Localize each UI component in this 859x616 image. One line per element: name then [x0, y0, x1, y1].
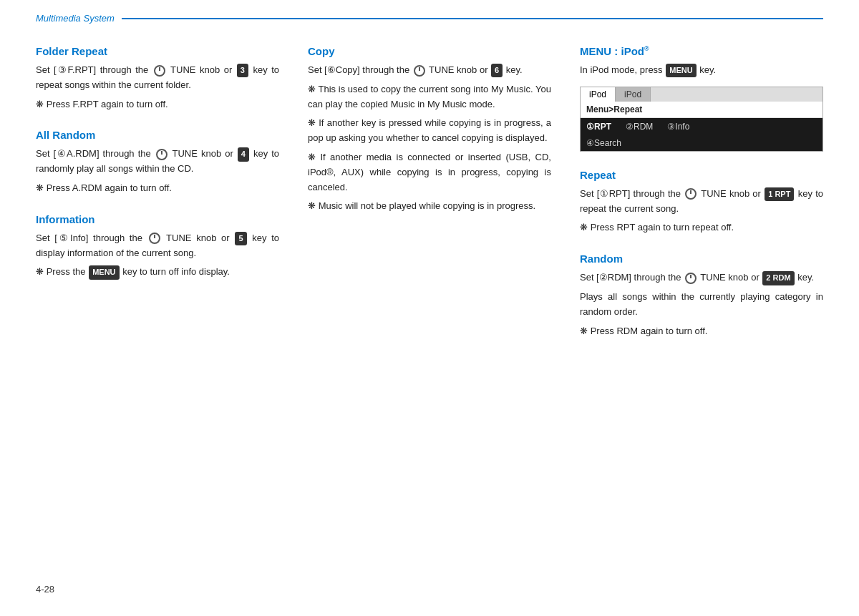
ardm-bracket: ④A.RDM	[56, 148, 97, 159]
menu-key-badge: MENU	[89, 265, 119, 280]
ipod-option-rpt: ①RPT	[586, 122, 611, 132]
folder-repeat-note: Press F.RPT again to turn off.	[36, 97, 279, 112]
info-bracket: ⑤Info	[57, 233, 86, 243]
random-body1: Set [②RDM] through the TUNE knob or 2 RD…	[580, 270, 823, 285]
section-menu-ipod: MENU : iPod® In iPod mode, press MENU ke…	[580, 45, 823, 152]
copy-body: Set [⑥Copy] through the TUNE knob or 6 k…	[308, 63, 551, 78]
section-all-random: All Random Set [④A.RDM] through the TUNE…	[36, 129, 279, 195]
key-1rpt-badge: 1 RPT	[765, 187, 794, 202]
tune-knob-icon5	[685, 188, 697, 200]
header-title: Multimedia System	[36, 13, 115, 24]
page-number: 4-28	[36, 584, 54, 595]
all-random-body: Set [④A.RDM] through the TUNE knob or 4 …	[36, 147, 279, 177]
tune-knob-icon	[154, 65, 165, 77]
random-body2: Plays all songs within the currently pla…	[580, 290, 823, 320]
key-6-badge: 6	[491, 64, 503, 78]
ipod-options-row: ①RPT ②RDM ③Info	[581, 118, 822, 135]
repeat-note: Press RPT again to turn repeat off.	[580, 220, 823, 235]
information-body: Set [⑤Info] through the TUNE knob or 5 k…	[36, 231, 279, 261]
section-copy: Copy Set [⑥Copy] through the TUNE knob o…	[308, 45, 551, 214]
key-2rdm-badge: 2 RDM	[762, 271, 794, 285]
ipod-menu-row: Menu>Repeat	[581, 102, 822, 118]
copy-note4: Music will not be played while copying i…	[308, 199, 551, 214]
key-3-badge: 3	[237, 64, 248, 78]
column-middle: Copy Set [⑥Copy] through the TUNE knob o…	[308, 45, 551, 356]
ipod-tabs: iPod iPod	[581, 87, 822, 102]
header-divider	[122, 18, 823, 19]
information-title: Information	[36, 213, 279, 225]
ipod-widget: iPod iPod Menu>Repeat ①RPT ②RDM ③Info ④S…	[580, 87, 823, 152]
ipod-tab2: iPod	[616, 87, 651, 102]
section-information: Information Set [⑤Info] through the TUNE…	[36, 213, 279, 280]
copy-note2: If another key is pressed while copying …	[308, 116, 551, 146]
column-right: MENU : iPod® In iPod mode, press MENU ke…	[580, 45, 823, 356]
section-folder-repeat: Folder Repeat Set [③F.RPT] through the T…	[36, 45, 279, 112]
menu-ipod-title: MENU : iPod®	[580, 45, 823, 57]
random-note: Press RDM again to turn off.	[580, 324, 823, 339]
all-random-note: Press A.RDM again to turn off.	[36, 181, 279, 196]
all-random-title: All Random	[36, 129, 279, 141]
ipod-search-row: ④Search	[581, 135, 822, 151]
tune-knob-icon6	[685, 273, 697, 284]
section-repeat: Repeat Set [①RPT] through the TUNE knob …	[580, 169, 823, 235]
folder-repeat-title: Folder Repeat	[36, 45, 279, 57]
page-header: Multimedia System	[36, 0, 823, 24]
repeat-body: Set [①RPT] through the TUNE knob or 1 RP…	[580, 187, 823, 217]
menu-ipod-body: In iPod mode, press MENU key.	[580, 63, 823, 78]
menu-badge-ipod: MENU	[666, 64, 696, 78]
frpt-bracket: ③F.RPT	[57, 64, 94, 75]
ipod-option-rdm: ②RDM	[626, 122, 653, 132]
content-grid: Folder Repeat Set [③F.RPT] through the T…	[36, 45, 823, 356]
repeat-title: Repeat	[580, 169, 823, 181]
rdm-bracket: ②RDM	[599, 272, 629, 283]
rpt-bracket: ①RPT	[599, 188, 627, 199]
random-title: Random	[580, 253, 823, 265]
copy-title: Copy	[308, 45, 551, 57]
tune-knob-icon4	[414, 65, 425, 77]
tune-knob-icon3	[149, 233, 160, 244]
section-random: Random Set [②RDM] through the TUNE knob …	[580, 253, 823, 338]
tune-knob-icon2	[156, 149, 168, 160]
copy-note3: If another media is connected or inserte…	[308, 150, 551, 195]
ipod-tab1: iPod	[581, 87, 616, 102]
copy-note1: This is used to copy the current song in…	[308, 82, 551, 112]
registered-mark: ®	[644, 45, 649, 52]
key-4-badge: 4	[238, 147, 249, 162]
key-5-badge: 5	[235, 232, 246, 246]
copy-bracket: ⑥Copy	[327, 64, 357, 75]
information-note: Press the MENU key to turn off info disp…	[36, 265, 279, 280]
ipod-option-info: ③Info	[667, 122, 689, 132]
folder-repeat-body: Set [③F.RPT] through the TUNE knob or 3 …	[36, 63, 279, 93]
column-left: Folder Repeat Set [③F.RPT] through the T…	[36, 45, 279, 356]
